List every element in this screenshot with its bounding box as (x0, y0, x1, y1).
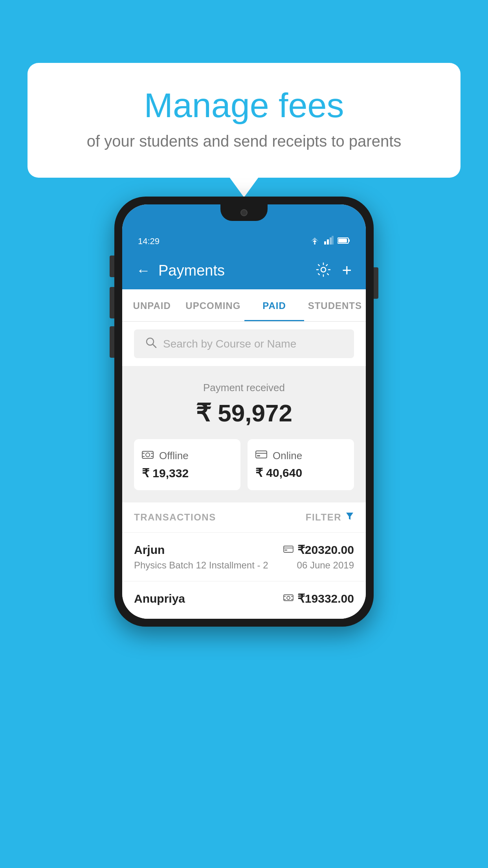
battery-icon (338, 236, 350, 246)
transaction-name: Anupriya (134, 592, 185, 605)
svg-point-8 (321, 267, 326, 272)
svg-rect-21 (284, 546, 293, 552)
svg-rect-6 (349, 239, 350, 242)
offline-amount: ₹ 19,332 (142, 466, 233, 480)
svg-rect-4 (332, 236, 334, 245)
card-payment-icon (283, 544, 294, 555)
offline-card-header: Offline (142, 449, 233, 462)
payment-cards: Offline ₹ 19,332 (134, 439, 354, 490)
offline-label: Offline (159, 450, 189, 462)
wifi-icon (309, 236, 320, 247)
transaction-amount-container: ₹19332.00 (283, 592, 354, 605)
transaction-course: Physics Batch 12 Installment - 2 (134, 560, 268, 571)
svg-rect-19 (257, 455, 260, 456)
svg-rect-1 (324, 241, 326, 245)
phone-mockup: 14:29 (114, 197, 374, 627)
app-bar-right: + (316, 261, 352, 280)
svg-point-12 (146, 453, 150, 457)
svg-line-10 (153, 344, 156, 348)
online-payment-card: Online ₹ 40,640 (248, 439, 354, 490)
svg-point-0 (314, 243, 316, 245)
app-bar: ← Payments + (122, 252, 366, 289)
payment-summary: Payment received ₹ 59,972 (122, 366, 366, 502)
offline-payment-card: Offline ₹ 19,332 (134, 439, 240, 490)
tab-unpaid[interactable]: UNPAID (122, 289, 182, 321)
svg-rect-7 (338, 239, 347, 243)
camera (240, 209, 248, 216)
cash-icon (142, 449, 154, 462)
transaction-top: Anupriya (134, 592, 354, 605)
online-card-header: Online (255, 449, 346, 462)
filter-label: FILTER (306, 512, 341, 523)
transaction-amount: ₹19332.00 (297, 592, 354, 605)
transaction-name: Arjun (134, 543, 165, 557)
phone-notch (220, 204, 268, 221)
transaction-bottom: Physics Batch 12 Installment - 2 06 June… (134, 560, 354, 571)
transaction-amount: ₹20320.00 (297, 543, 354, 557)
payment-received-label: Payment received (134, 382, 354, 394)
transaction-amount-container: ₹20320.00 (283, 543, 354, 557)
notch-area (122, 204, 366, 231)
settings-icon[interactable] (316, 262, 331, 279)
app-bar-title: Payments (158, 262, 225, 279)
speech-bubble-subtitle: of your students and send receipts to pa… (59, 132, 429, 150)
add-button[interactable]: + (342, 261, 352, 280)
signal-icon (324, 236, 334, 247)
payment-total-amount: ₹ 59,972 (134, 399, 354, 427)
card-icon (255, 449, 267, 462)
tab-students[interactable]: STUDENTS (304, 289, 366, 321)
back-button[interactable]: ← (136, 262, 150, 279)
transaction-row[interactable]: Arjun ₹20320.00 (122, 532, 366, 581)
transaction-top: Arjun ₹20320.00 (134, 543, 354, 557)
time-display: 14:29 (138, 236, 160, 246)
tab-paid[interactable]: PAID (244, 289, 304, 321)
mute-button (110, 256, 114, 277)
filter-icon (345, 512, 354, 523)
cash-payment-icon (283, 593, 294, 604)
transactions-header: TRANSACTIONS FILTER (122, 502, 366, 532)
online-label: Online (273, 450, 302, 462)
search-input[interactable]: Search by Course or Name (163, 338, 296, 350)
volume-up-button (110, 287, 114, 318)
volume-down-button (110, 326, 114, 358)
status-icons (309, 236, 350, 247)
speech-bubble-container: Manage fees of your students and send re… (28, 63, 460, 178)
transaction-date: 06 June 2019 (297, 560, 354, 571)
tab-upcoming[interactable]: UPCOMING (182, 289, 244, 321)
tabs-container: UNPAID UPCOMING PAID STUDENTS (122, 289, 366, 322)
transactions-label: TRANSACTIONS (134, 512, 216, 523)
phone-screen: 14:29 (122, 204, 366, 619)
phone-outer: 14:29 (114, 197, 374, 627)
svg-point-25 (287, 596, 290, 600)
status-bar: 14:29 (122, 231, 366, 252)
svg-rect-17 (256, 451, 267, 458)
speech-bubble-title: Manage fees (59, 86, 429, 125)
search-icon (145, 337, 157, 351)
power-button (374, 267, 378, 299)
svg-rect-3 (330, 237, 332, 245)
speech-bubble: Manage fees of your students and send re… (28, 63, 460, 178)
svg-marker-20 (346, 513, 353, 520)
filter-container[interactable]: FILTER (306, 512, 354, 523)
online-amount: ₹ 40,640 (255, 466, 346, 480)
search-container: Search by Course or Name (122, 322, 366, 366)
svg-rect-2 (327, 239, 329, 245)
svg-rect-23 (284, 550, 287, 551)
svg-rect-11 (142, 451, 153, 458)
search-box[interactable]: Search by Course or Name (134, 329, 354, 358)
app-bar-left: ← Payments (136, 262, 225, 279)
transaction-row[interactable]: Anupriya (122, 581, 366, 619)
